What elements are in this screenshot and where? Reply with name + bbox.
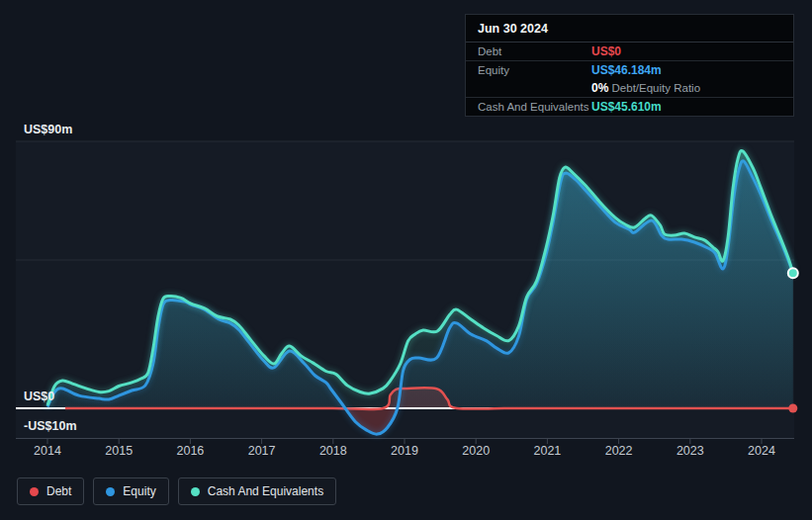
x-axis-label: 2014: [34, 444, 61, 458]
y-axis-label: US$90m: [24, 123, 72, 136]
tooltip-row-cash: Cash And Equivalents US$45.610m: [466, 98, 793, 116]
tooltip-cash-value: US$45.610m: [591, 100, 662, 114]
tooltip-row-debt: Debt US$0: [466, 43, 793, 61]
y-axis-label: US$0: [24, 390, 54, 403]
tooltip-cash-label: Cash And Equivalents: [478, 101, 591, 113]
x-axis-label: 2018: [319, 444, 347, 458]
cash-end-marker[interactable]: [788, 268, 798, 278]
legend-label: Cash And Equivalents: [208, 484, 323, 498]
tooltip-ratio-label: Debt/Equity Ratio: [612, 82, 701, 94]
debt-equity-history-panel: US$90mUS$0-US$10m 2014201520162017201820…: [0, 0, 812, 520]
x-axis-label: 2015: [105, 444, 133, 458]
x-axis-label: 2024: [748, 444, 775, 458]
x-axis-label: 2021: [533, 444, 561, 458]
legend-label: Equity: [123, 484, 155, 498]
tooltip-ratio-value: 0%: [591, 81, 608, 95]
legend-dot: [106, 487, 115, 496]
tooltip-equity-label: Equity: [478, 64, 591, 76]
legend-item-cash-and-equivalents[interactable]: Cash And Equivalents: [178, 477, 336, 505]
tooltip-debt-label: Debt: [478, 45, 591, 57]
x-axis-label: 2023: [677, 444, 704, 458]
x-axis-label: 2016: [176, 444, 204, 458]
tooltip-row-equity: Equity US$46.184m: [466, 61, 793, 79]
legend-label: Debt: [46, 484, 71, 498]
x-axis-label: 2019: [391, 444, 418, 458]
debt-end-marker[interactable]: [788, 404, 797, 413]
tooltip-row-ratio: 0% Debt/Equity Ratio: [466, 79, 793, 98]
legend-item-equity[interactable]: Equity: [93, 477, 168, 505]
chart-legend: DebtEquityCash And Equivalents: [17, 477, 336, 505]
legend-dot: [30, 487, 39, 496]
legend-item-debt[interactable]: Debt: [17, 477, 84, 505]
legend-dot: [191, 487, 200, 496]
tooltip-debt-value: US$0: [591, 44, 621, 58]
x-axis-label: 2020: [462, 444, 490, 458]
x-axis-label: 2017: [248, 444, 276, 458]
y-axis-label: -US$10m: [24, 419, 77, 433]
tooltip-date: Jun 30 2024: [466, 15, 793, 43]
x-axis-label: 2022: [605, 444, 633, 458]
chart-tooltip: Jun 30 2024 Debt US$0 Equity US$46.184m …: [465, 14, 794, 117]
tooltip-equity-value: US$46.184m: [591, 63, 662, 77]
